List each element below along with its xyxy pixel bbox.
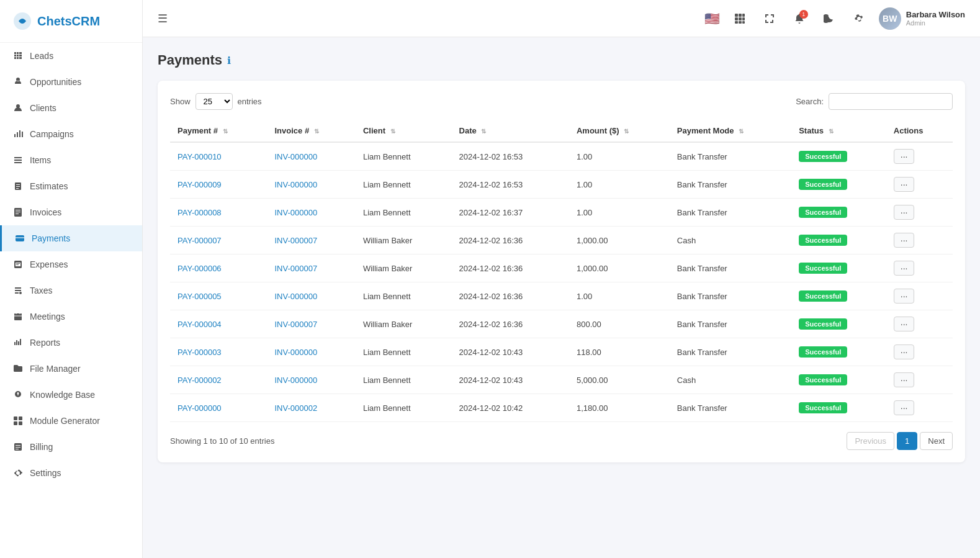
status-badge: Successful: [799, 263, 847, 274]
invoice-num-link[interactable]: INV-000000: [274, 292, 317, 301]
user-profile[interactable]: BW Barbara Wilson Admin: [879, 7, 965, 30]
search-input[interactable]: [829, 93, 953, 110]
apps-icon[interactable]: [730, 9, 750, 29]
language-flag[interactable]: 🇺🇸: [704, 11, 720, 26]
col-client[interactable]: Client ⇅: [356, 120, 452, 142]
svg-rect-9: [14, 421, 17, 425]
gear-settings-icon[interactable]: [849, 9, 869, 29]
sidebar-item-estimates[interactable]: Estimates: [0, 173, 142, 199]
cell-amount: 1.00: [569, 142, 670, 171]
previous-button[interactable]: Previous: [847, 432, 894, 450]
sort-mode-icon: ⇅: [739, 128, 744, 135]
col-status[interactable]: Status ⇅: [791, 120, 886, 142]
sidebar-item-meetings[interactable]: Meetings: [0, 304, 142, 330]
payment-num-link[interactable]: PAY-000004: [178, 320, 222, 329]
col-payment-mode[interactable]: Payment Mode ⇅: [670, 120, 791, 142]
sidebar-item-reports[interactable]: Reports: [0, 330, 142, 356]
sidebar-item-clients[interactable]: Clients: [0, 95, 142, 121]
payment-num-link[interactable]: PAY-000009: [178, 180, 222, 189]
cell-actions: ···: [886, 254, 953, 282]
sidebar-item-payments[interactable]: Payments: [0, 225, 142, 251]
cell-client: Liam Bennett: [356, 199, 452, 227]
next-button[interactable]: Next: [920, 432, 953, 450]
invoice-num-link[interactable]: INV-000007: [274, 320, 317, 329]
cell-actions: ···: [886, 199, 953, 227]
taxes-icon: [12, 285, 24, 296]
dark-mode-icon[interactable]: [819, 9, 839, 29]
row-action-button[interactable]: ···: [894, 289, 915, 304]
cell-amount: 1,000.00: [569, 254, 670, 282]
invoice-num-link[interactable]: INV-000000: [274, 348, 317, 357]
sidebar-item-leads[interactable]: Leads: [0, 43, 142, 69]
sidebar-item-knowledge-base[interactable]: Knowledge Base: [0, 382, 142, 408]
sidebar-item-module-generator[interactable]: Module Generator: [0, 408, 142, 434]
cell-payment-num: PAY-000009: [170, 171, 267, 199]
cell-actions: ···: [886, 338, 953, 366]
sidebar-item-opportunities[interactable]: Opportunities: [0, 69, 142, 95]
row-action-button[interactable]: ···: [894, 261, 915, 276]
cell-amount: 1,000.00: [569, 227, 670, 254]
cell-payment-num: PAY-000002: [170, 366, 267, 394]
invoice-num-link[interactable]: INV-000000: [274, 208, 317, 217]
sidebar-item-items[interactable]: Items: [0, 147, 142, 173]
invoice-num-link[interactable]: INV-000007: [274, 264, 317, 273]
col-date[interactable]: Date ⇅: [452, 120, 569, 142]
table-body: PAY-000010 INV-000000 Liam Bennett 2024-…: [170, 142, 953, 422]
topbar: ☰ 🇺🇸 1 BW: [143, 0, 980, 37]
row-action-button[interactable]: ···: [894, 205, 915, 220]
sidebar-item-file-manager[interactable]: File Manager: [0, 356, 142, 382]
cell-payment-num: PAY-000007: [170, 227, 267, 254]
cell-client: William Baker: [356, 254, 452, 282]
fullscreen-icon[interactable]: [760, 9, 780, 29]
invoice-num-link[interactable]: INV-000000: [274, 180, 317, 189]
invoice-num-link[interactable]: INV-000000: [274, 376, 317, 385]
row-action-button[interactable]: ···: [894, 149, 915, 164]
invoice-num-link[interactable]: INV-000007: [274, 236, 317, 245]
cell-amount: 1.00: [569, 199, 670, 227]
table-row: PAY-000004 INV-000007 William Baker 2024…: [170, 310, 953, 338]
sidebar-item-invoices[interactable]: Invoices: [0, 199, 142, 225]
page-1-button[interactable]: 1: [897, 432, 917, 450]
col-amount[interactable]: Amount ($) ⇅: [569, 120, 670, 142]
payment-num-link[interactable]: PAY-000007: [178, 236, 222, 245]
sidebar-item-expenses[interactable]: Expenses: [0, 251, 142, 277]
clients-icon: [12, 102, 24, 114]
cell-actions: ···: [886, 366, 953, 394]
payment-num-link[interactable]: PAY-000008: [178, 208, 222, 217]
payment-num-link[interactable]: PAY-000006: [178, 264, 222, 273]
invoice-num-link[interactable]: INV-000002: [274, 403, 317, 413]
invoices-icon: [12, 207, 24, 218]
logo[interactable]: ChetsCRM: [0, 0, 142, 43]
avatar: BW: [879, 7, 901, 30]
payment-num-link[interactable]: PAY-000000: [178, 403, 222, 413]
cell-actions: ···: [886, 310, 953, 338]
sidebar-item-taxes[interactable]: Taxes: [0, 277, 142, 304]
sidebar-item-settings[interactable]: Settings: [0, 460, 142, 486]
sidebar-item-campaigns[interactable]: Campaigns: [0, 121, 142, 147]
hamburger-menu[interactable]: ☰: [158, 12, 168, 25]
cell-status: Successful: [791, 254, 886, 282]
notifications-icon[interactable]: 1: [789, 9, 809, 29]
row-action-button[interactable]: ···: [894, 317, 915, 331]
row-action-button[interactable]: ···: [894, 372, 915, 387]
billing-icon: [12, 441, 24, 452]
cell-payment-num: PAY-000008: [170, 199, 267, 227]
row-action-button[interactable]: ···: [894, 400, 915, 415]
sidebar-item-billing[interactable]: Billing: [0, 434, 142, 460]
invoice-num-link[interactable]: INV-000000: [274, 152, 317, 161]
row-action-button[interactable]: ···: [894, 177, 915, 192]
col-payment-num[interactable]: Payment # ⇅: [170, 120, 267, 142]
payment-num-link[interactable]: PAY-000005: [178, 292, 222, 301]
cell-actions: ···: [886, 282, 953, 310]
svg-rect-13: [742, 14, 745, 17]
payment-num-link[interactable]: PAY-000010: [178, 152, 222, 161]
row-action-button[interactable]: ···: [894, 233, 915, 248]
entries-select[interactable]: 25 10 50 100: [196, 93, 233, 110]
payment-num-link[interactable]: PAY-000002: [178, 376, 222, 385]
page-info-icon[interactable]: ℹ: [227, 55, 231, 66]
col-invoice-num[interactable]: Invoice # ⇅: [267, 120, 355, 142]
svg-rect-17: [735, 21, 738, 24]
cell-date: 2024-12-02 10:42: [452, 394, 569, 422]
row-action-button[interactable]: ···: [894, 344, 915, 359]
payment-num-link[interactable]: PAY-000003: [178, 348, 222, 357]
